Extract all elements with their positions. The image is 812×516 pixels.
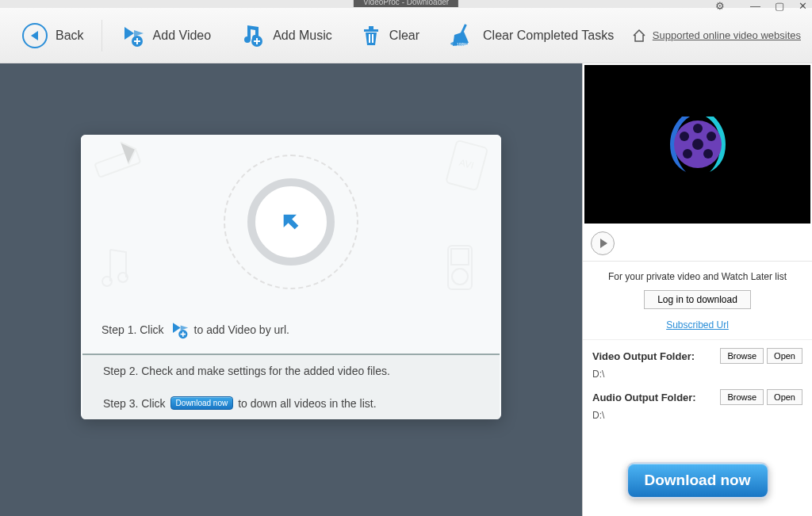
step-3-text-a: Step 3. Click [103,397,166,410]
card-illustration: AVI [81,135,501,309]
play-button[interactable] [591,231,615,255]
circle-icon [247,178,335,266]
trash-icon [361,25,381,47]
step-2-text: Step 2. Check and make settings for the … [103,365,390,377]
add-music-label: Add Music [273,29,332,43]
download-button-area: Download now [583,462,812,516]
ruler-icon [92,140,147,187]
right-panel: For your private video and Watch Later l… [582,63,812,516]
toolbar: Back Add Video Add Music Clear 100% Clea… [0,8,812,63]
arrow-up-left-icon [280,211,302,233]
audio-folder-label: Audio Output Folder: [592,392,717,403]
login-button[interactable]: Log in to download [644,290,751,309]
svg-point-24 [680,132,689,141]
svg-text:AVI: AVI [458,157,475,171]
dashed-ring [224,155,358,289]
music-note-icon [98,246,138,293]
clear-button[interactable]: Clear [347,17,434,55]
download-mini-button: Download now [170,396,234,410]
video-open-button[interactable]: Open [767,348,802,364]
clear-completed-button[interactable]: 100% Clear Completed Tasks [434,17,628,55]
svg-point-20 [693,124,703,133]
play-icon [600,239,607,248]
video-browse-button[interactable]: Browse [720,348,764,364]
svg-text:100%: 100% [457,42,467,47]
add-video-button[interactable]: Add Video [105,17,226,55]
video-folder-block: Video Output Folder: Browse Open D:\ Aud… [583,340,812,438]
supported-websites-link[interactable]: Supported online video websites [632,29,804,43]
supported-websites-label: Supported online video websites [653,29,801,41]
maximize-icon[interactable]: ▢ [775,0,784,12]
video-folder-path: D:\ [592,369,802,380]
instruction-card: AVI Step 1. Click to add Video by url. [81,135,501,419]
app-logo [658,105,737,184]
settings-icon[interactable]: ⚙ [715,0,725,12]
step-3-row: Step 3. Click Download now to down all v… [82,387,500,419]
close-icon[interactable]: ✕ [799,0,807,12]
clear-label: Clear [389,29,419,43]
login-block: For your private video and Watch Later l… [583,262,812,340]
play-controls [583,225,812,262]
audio-open-button[interactable]: Open [767,389,802,405]
broom-icon: 100% [448,24,475,48]
svg-point-19 [692,139,703,150]
step-1-row: Step 1. Click to add Video by url. [81,309,501,354]
home-icon [632,29,646,43]
step-2-3-block: Step 2. Check and make settings for the … [82,354,500,419]
titlebar: VideoProc - Downloader ⚙ — ▢ ✕ [0,0,812,8]
download-now-button[interactable]: Download now [626,462,769,499]
svg-point-16 [452,269,468,285]
add-video-label: Add Video [153,29,212,43]
svg-rect-5 [372,34,373,43]
svg-point-21 [707,132,716,141]
window-title: VideoProc - Downloader [354,0,458,7]
audio-folder-path: D:\ [592,410,802,421]
subscribed-url-link[interactable]: Subscribed Url [666,319,729,331]
step-1-text-a: Step 1. Click [102,323,164,336]
main-area: AVI Step 1. Click to add Video by url. [0,63,812,516]
clear-completed-label: Clear Completed Tasks [483,29,614,43]
back-button[interactable]: Back [8,17,98,55]
add-music-button[interactable]: Add Music [225,17,347,55]
svg-rect-15 [451,249,469,265]
add-music-icon [239,24,265,48]
back-arrow-icon [22,23,48,48]
minimize-icon[interactable]: — [750,0,760,12]
add-video-mini-icon [169,320,190,339]
svg-rect-3 [369,26,373,29]
avi-file-icon: AVI [442,140,490,195]
login-message: For your private video and Watch Later l… [591,271,804,282]
left-panel: AVI Step 1. Click to add Video by url. [0,63,582,516]
add-video-icon [120,24,145,48]
video-preview [584,65,810,224]
step-3-text-b: to down all videos in the list. [238,397,376,410]
svg-point-23 [683,149,692,159]
audio-browse-button[interactable]: Browse [720,389,764,405]
svg-rect-2 [364,29,378,32]
step-1-text-b: to add Video by url. [194,323,289,336]
divider [102,20,102,52]
svg-point-22 [703,149,713,159]
back-label: Back [56,29,84,43]
svg-rect-4 [369,34,370,43]
ipod-icon [442,242,477,293]
video-folder-label: Video Output Folder: [592,350,717,362]
step-2-row: Step 2. Check and make settings for the … [82,355,500,387]
